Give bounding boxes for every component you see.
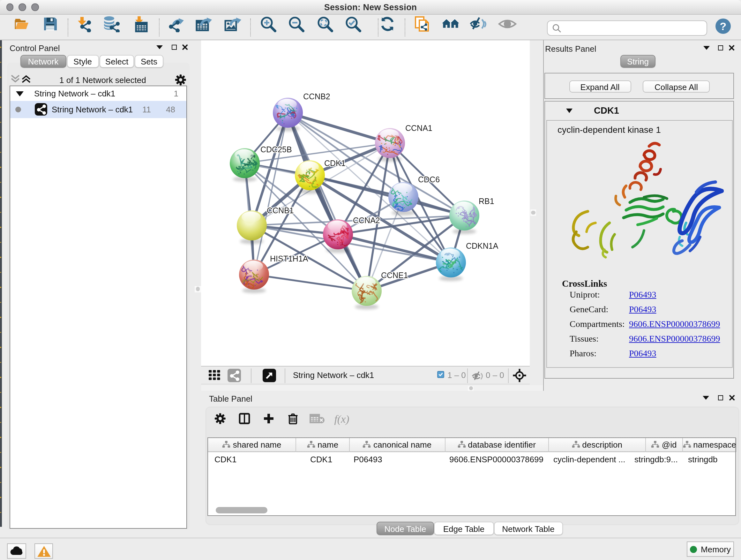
svg-text:CDK1: CDK1 bbox=[324, 159, 346, 168]
svg-text:CDKN1A: CDKN1A bbox=[466, 241, 498, 250]
svg-text:HIST1H1A: HIST1H1A bbox=[270, 254, 308, 263]
svg-text:CCNE1: CCNE1 bbox=[381, 271, 408, 280]
svg-text:CDC25B: CDC25B bbox=[260, 145, 292, 154]
svg-text:CCNA1: CCNA1 bbox=[405, 124, 432, 132]
svg-text:CCNA2: CCNA2 bbox=[353, 216, 380, 225]
svg-text:RB1: RB1 bbox=[479, 197, 494, 206]
svg-text:CDC6: CDC6 bbox=[418, 175, 440, 184]
svg-text:CCNB2: CCNB2 bbox=[303, 92, 330, 101]
svg-text:CCNB1: CCNB1 bbox=[267, 206, 294, 215]
svg-text:?: ? bbox=[720, 20, 727, 32]
